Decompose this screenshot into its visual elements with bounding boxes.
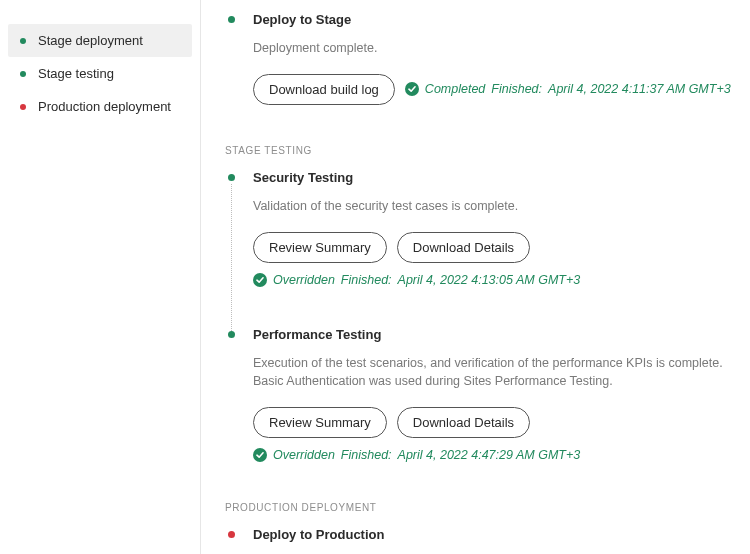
status-badge: Overridden Finished: April 4, 2022 4:47:…	[253, 448, 580, 462]
review-summary-button[interactable]: Review Summary	[253, 232, 387, 263]
status-dot-icon	[20, 71, 26, 77]
download-details-button[interactable]: Download Details	[397, 407, 530, 438]
step-desc: Deployment complete.	[253, 39, 738, 58]
svg-point-0	[405, 82, 419, 96]
step-deploy-to-production: Deploy to Production Download build log …	[225, 527, 738, 554]
sidebar-item-label: Production deployment	[38, 99, 171, 114]
check-circle-icon	[253, 448, 267, 462]
download-details-button[interactable]: Download Details	[397, 232, 530, 263]
step-desc: Validation of the security test cases is…	[253, 197, 738, 216]
review-summary-button[interactable]: Review Summary	[253, 407, 387, 438]
download-build-log-button[interactable]: Download build log	[253, 74, 395, 105]
section-header-stage-testing: STAGE TESTING	[225, 145, 738, 156]
status-text: Completed	[425, 82, 485, 96]
check-circle-icon	[253, 273, 267, 287]
status-text: Overridden	[273, 273, 335, 287]
step-performance-testing: Performance Testing Execution of the tes…	[225, 327, 738, 463]
step-title: Deploy to Production	[253, 527, 738, 542]
finished-time: April 4, 2022 4:13:05 AM GMT+3	[398, 273, 581, 287]
sidebar-item-stage-deployment[interactable]: Stage deployment	[8, 24, 192, 57]
finished-time: April 4, 2022 4:47:29 AM GMT+3	[398, 448, 581, 462]
check-circle-icon	[405, 82, 419, 96]
sidebar: Stage deployment Stage testing Productio…	[0, 0, 200, 554]
finished-time: April 4, 2022 4:11:37 AM GMT+3	[548, 82, 731, 96]
status-badge: Overridden Finished: April 4, 2022 4:13:…	[253, 273, 580, 287]
step-title: Performance Testing	[253, 327, 738, 342]
step-security-testing: Security Testing Validation of the secur…	[225, 170, 738, 287]
status-badge: Completed Finished: April 4, 2022 4:11:3…	[405, 82, 731, 96]
step-title: Security Testing	[253, 170, 738, 185]
sidebar-item-production-deployment[interactable]: Production deployment	[8, 90, 192, 123]
main-content: Deploy to Stage Deployment complete. Dow…	[200, 0, 750, 554]
finished-prefix: Finished:	[341, 448, 392, 462]
section-header-production-deployment: PRODUCTION DEPLOYMENT	[225, 502, 738, 513]
sidebar-item-stage-testing[interactable]: Stage testing	[8, 57, 192, 90]
svg-point-1	[253, 273, 267, 287]
step-title: Deploy to Stage	[253, 12, 738, 27]
sidebar-item-label: Stage deployment	[38, 33, 143, 48]
step-deploy-to-stage: Deploy to Stage Deployment complete. Dow…	[225, 12, 738, 105]
finished-prefix: Finished:	[491, 82, 542, 96]
status-text: Overridden	[273, 448, 335, 462]
step-desc: Execution of the test scenarios, and ver…	[253, 354, 738, 392]
sidebar-item-label: Stage testing	[38, 66, 114, 81]
status-dot-icon	[20, 38, 26, 44]
finished-prefix: Finished:	[341, 273, 392, 287]
svg-point-2	[253, 448, 267, 462]
status-dot-icon	[20, 104, 26, 110]
